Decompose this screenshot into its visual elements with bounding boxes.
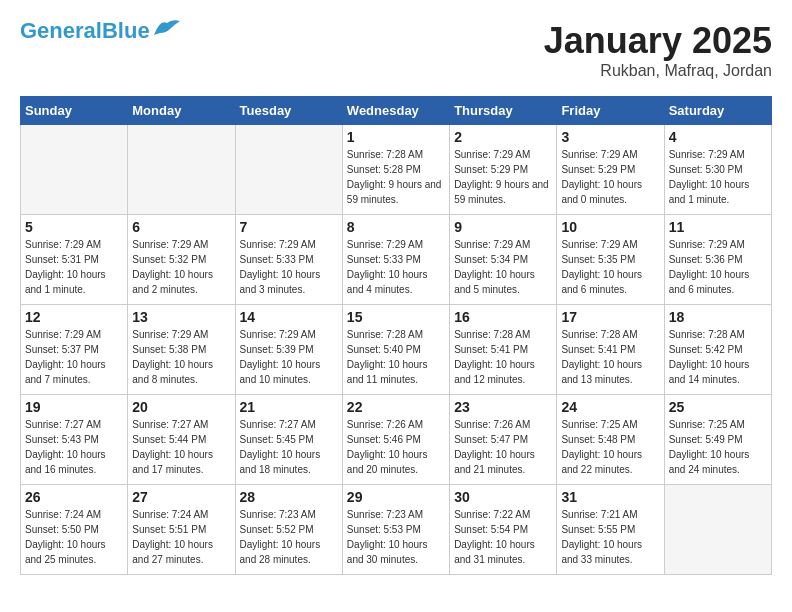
day-info: Sunrise: 7:27 AMSunset: 5:45 PMDaylight:… xyxy=(240,417,338,477)
day-number: 20 xyxy=(132,399,230,415)
location: Rukban, Mafraq, Jordan xyxy=(544,62,772,80)
weekday-header: Friday xyxy=(557,97,664,125)
calendar-cell: 15Sunrise: 7:28 AMSunset: 5:40 PMDayligh… xyxy=(342,305,449,395)
day-number: 11 xyxy=(669,219,767,235)
calendar-cell: 22Sunrise: 7:26 AMSunset: 5:46 PMDayligh… xyxy=(342,395,449,485)
logo-bird-icon xyxy=(152,17,182,39)
day-info: Sunrise: 7:29 AMSunset: 5:33 PMDaylight:… xyxy=(240,237,338,297)
calendar-week-row: 12Sunrise: 7:29 AMSunset: 5:37 PMDayligh… xyxy=(21,305,772,395)
day-number: 3 xyxy=(561,129,659,145)
day-info: Sunrise: 7:29 AMSunset: 5:37 PMDaylight:… xyxy=(25,327,123,387)
day-number: 17 xyxy=(561,309,659,325)
weekday-header: Sunday xyxy=(21,97,128,125)
day-number: 12 xyxy=(25,309,123,325)
day-info: Sunrise: 7:29 AMSunset: 5:39 PMDaylight:… xyxy=(240,327,338,387)
calendar-cell: 24Sunrise: 7:25 AMSunset: 5:48 PMDayligh… xyxy=(557,395,664,485)
logo-general: General xyxy=(20,18,102,43)
calendar-cell: 29Sunrise: 7:23 AMSunset: 5:53 PMDayligh… xyxy=(342,485,449,575)
calendar-cell: 21Sunrise: 7:27 AMSunset: 5:45 PMDayligh… xyxy=(235,395,342,485)
day-info: Sunrise: 7:23 AMSunset: 5:52 PMDaylight:… xyxy=(240,507,338,567)
day-info: Sunrise: 7:29 AMSunset: 5:34 PMDaylight:… xyxy=(454,237,552,297)
calendar-cell: 6Sunrise: 7:29 AMSunset: 5:32 PMDaylight… xyxy=(128,215,235,305)
day-number: 25 xyxy=(669,399,767,415)
calendar-cell: 8Sunrise: 7:29 AMSunset: 5:33 PMDaylight… xyxy=(342,215,449,305)
calendar-cell: 7Sunrise: 7:29 AMSunset: 5:33 PMDaylight… xyxy=(235,215,342,305)
title-block: January 2025 Rukban, Mafraq, Jordan xyxy=(544,20,772,80)
day-info: Sunrise: 7:28 AMSunset: 5:40 PMDaylight:… xyxy=(347,327,445,387)
day-info: Sunrise: 7:28 AMSunset: 5:42 PMDaylight:… xyxy=(669,327,767,387)
calendar-cell xyxy=(21,125,128,215)
calendar-week-row: 1Sunrise: 7:28 AMSunset: 5:28 PMDaylight… xyxy=(21,125,772,215)
day-info: Sunrise: 7:29 AMSunset: 5:33 PMDaylight:… xyxy=(347,237,445,297)
day-info: Sunrise: 7:26 AMSunset: 5:46 PMDaylight:… xyxy=(347,417,445,477)
calendar-cell: 17Sunrise: 7:28 AMSunset: 5:41 PMDayligh… xyxy=(557,305,664,395)
calendar-cell: 14Sunrise: 7:29 AMSunset: 5:39 PMDayligh… xyxy=(235,305,342,395)
day-info: Sunrise: 7:29 AMSunset: 5:31 PMDaylight:… xyxy=(25,237,123,297)
day-number: 18 xyxy=(669,309,767,325)
day-info: Sunrise: 7:29 AMSunset: 5:35 PMDaylight:… xyxy=(561,237,659,297)
day-number: 23 xyxy=(454,399,552,415)
calendar-cell: 9Sunrise: 7:29 AMSunset: 5:34 PMDaylight… xyxy=(450,215,557,305)
calendar-cell: 16Sunrise: 7:28 AMSunset: 5:41 PMDayligh… xyxy=(450,305,557,395)
day-number: 14 xyxy=(240,309,338,325)
calendar-cell: 28Sunrise: 7:23 AMSunset: 5:52 PMDayligh… xyxy=(235,485,342,575)
calendar-cell: 26Sunrise: 7:24 AMSunset: 5:50 PMDayligh… xyxy=(21,485,128,575)
day-number: 27 xyxy=(132,489,230,505)
day-info: Sunrise: 7:29 AMSunset: 5:36 PMDaylight:… xyxy=(669,237,767,297)
calendar-cell: 10Sunrise: 7:29 AMSunset: 5:35 PMDayligh… xyxy=(557,215,664,305)
calendar-week-row: 5Sunrise: 7:29 AMSunset: 5:31 PMDaylight… xyxy=(21,215,772,305)
day-number: 31 xyxy=(561,489,659,505)
day-info: Sunrise: 7:28 AMSunset: 5:28 PMDaylight:… xyxy=(347,147,445,207)
logo-text: GeneralBlue xyxy=(20,20,150,42)
calendar-cell: 2Sunrise: 7:29 AMSunset: 5:29 PMDaylight… xyxy=(450,125,557,215)
day-info: Sunrise: 7:29 AMSunset: 5:29 PMDaylight:… xyxy=(454,147,552,207)
month-title: January 2025 xyxy=(544,20,772,62)
day-info: Sunrise: 7:29 AMSunset: 5:38 PMDaylight:… xyxy=(132,327,230,387)
day-number: 24 xyxy=(561,399,659,415)
calendar-cell: 11Sunrise: 7:29 AMSunset: 5:36 PMDayligh… xyxy=(664,215,771,305)
day-info: Sunrise: 7:24 AMSunset: 5:51 PMDaylight:… xyxy=(132,507,230,567)
calendar-cell xyxy=(235,125,342,215)
calendar-cell: 30Sunrise: 7:22 AMSunset: 5:54 PMDayligh… xyxy=(450,485,557,575)
day-info: Sunrise: 7:23 AMSunset: 5:53 PMDaylight:… xyxy=(347,507,445,567)
day-number: 15 xyxy=(347,309,445,325)
day-info: Sunrise: 7:28 AMSunset: 5:41 PMDaylight:… xyxy=(561,327,659,387)
calendar-cell: 25Sunrise: 7:25 AMSunset: 5:49 PMDayligh… xyxy=(664,395,771,485)
calendar-cell: 12Sunrise: 7:29 AMSunset: 5:37 PMDayligh… xyxy=(21,305,128,395)
day-number: 9 xyxy=(454,219,552,235)
day-info: Sunrise: 7:22 AMSunset: 5:54 PMDaylight:… xyxy=(454,507,552,567)
page-header: GeneralBlue January 2025 Rukban, Mafraq,… xyxy=(20,20,772,80)
day-number: 8 xyxy=(347,219,445,235)
day-number: 2 xyxy=(454,129,552,145)
day-info: Sunrise: 7:29 AMSunset: 5:29 PMDaylight:… xyxy=(561,147,659,207)
calendar-cell: 3Sunrise: 7:29 AMSunset: 5:29 PMDaylight… xyxy=(557,125,664,215)
day-info: Sunrise: 7:27 AMSunset: 5:43 PMDaylight:… xyxy=(25,417,123,477)
day-number: 22 xyxy=(347,399,445,415)
day-number: 30 xyxy=(454,489,552,505)
calendar-cell: 23Sunrise: 7:26 AMSunset: 5:47 PMDayligh… xyxy=(450,395,557,485)
calendar-cell: 19Sunrise: 7:27 AMSunset: 5:43 PMDayligh… xyxy=(21,395,128,485)
calendar-week-row: 26Sunrise: 7:24 AMSunset: 5:50 PMDayligh… xyxy=(21,485,772,575)
calendar-cell: 4Sunrise: 7:29 AMSunset: 5:30 PMDaylight… xyxy=(664,125,771,215)
logo: GeneralBlue xyxy=(20,20,182,42)
calendar-cell: 31Sunrise: 7:21 AMSunset: 5:55 PMDayligh… xyxy=(557,485,664,575)
day-number: 21 xyxy=(240,399,338,415)
weekday-header-row: SundayMondayTuesdayWednesdayThursdayFrid… xyxy=(21,97,772,125)
day-number: 7 xyxy=(240,219,338,235)
day-info: Sunrise: 7:29 AMSunset: 5:32 PMDaylight:… xyxy=(132,237,230,297)
calendar-table: SundayMondayTuesdayWednesdayThursdayFrid… xyxy=(20,96,772,575)
calendar-cell xyxy=(128,125,235,215)
calendar-cell: 27Sunrise: 7:24 AMSunset: 5:51 PMDayligh… xyxy=(128,485,235,575)
day-info: Sunrise: 7:27 AMSunset: 5:44 PMDaylight:… xyxy=(132,417,230,477)
calendar-cell: 5Sunrise: 7:29 AMSunset: 5:31 PMDaylight… xyxy=(21,215,128,305)
day-number: 5 xyxy=(25,219,123,235)
day-number: 13 xyxy=(132,309,230,325)
weekday-header: Tuesday xyxy=(235,97,342,125)
day-info: Sunrise: 7:26 AMSunset: 5:47 PMDaylight:… xyxy=(454,417,552,477)
day-info: Sunrise: 7:28 AMSunset: 5:41 PMDaylight:… xyxy=(454,327,552,387)
weekday-header: Saturday xyxy=(664,97,771,125)
day-info: Sunrise: 7:21 AMSunset: 5:55 PMDaylight:… xyxy=(561,507,659,567)
calendar-cell: 13Sunrise: 7:29 AMSunset: 5:38 PMDayligh… xyxy=(128,305,235,395)
calendar-week-row: 19Sunrise: 7:27 AMSunset: 5:43 PMDayligh… xyxy=(21,395,772,485)
day-number: 1 xyxy=(347,129,445,145)
